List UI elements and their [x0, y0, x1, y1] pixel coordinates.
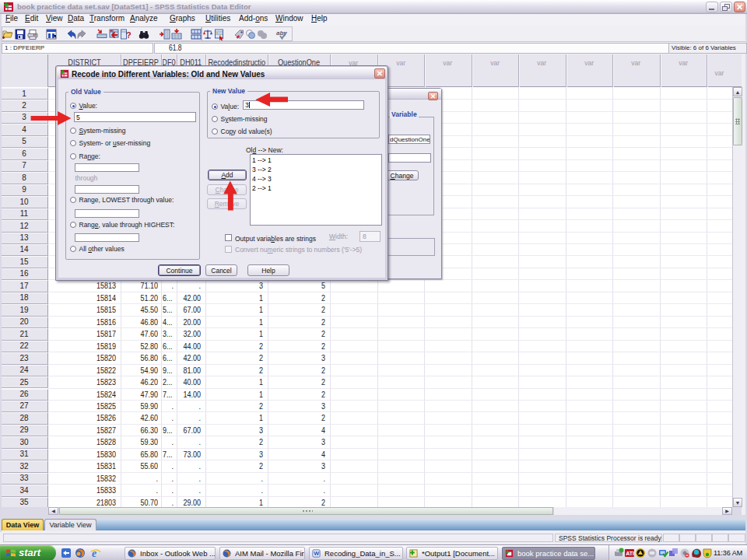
- svg-text:W: W: [314, 550, 319, 557]
- svg-text:e: e: [92, 548, 96, 558]
- svg-text:ATI: ATI: [626, 551, 634, 556]
- svg-text:?: ?: [126, 30, 132, 40]
